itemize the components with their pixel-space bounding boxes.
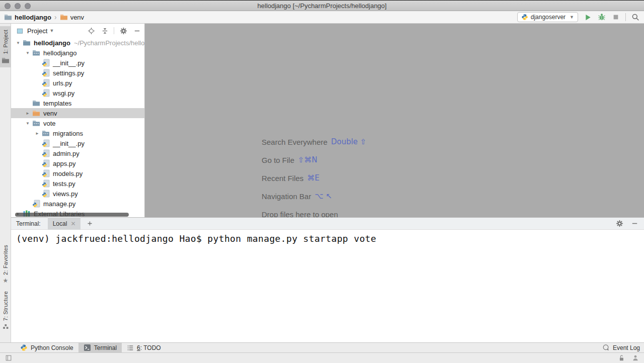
window-controls xyxy=(5,3,31,9)
tree-item-views-py[interactable]: views.py xyxy=(11,189,144,199)
collapse-all-icon[interactable] xyxy=(100,26,109,35)
toolbar-tab-terminal[interactable]: Terminal xyxy=(78,343,122,352)
minimize-window-button[interactable] xyxy=(15,3,21,9)
tool-window-tabs: Python ConsoleTerminal6: TODO xyxy=(15,343,166,352)
tree-item-init-py[interactable]: __init__.py xyxy=(11,58,144,68)
run-config-selector[interactable]: djangoserver ▼ xyxy=(517,12,578,22)
tree-item-label: views.py xyxy=(53,190,78,198)
project-view-icon xyxy=(16,27,24,35)
terminal-tool-window: Terminal: Local ✕ (venv) jackfrued:hello… xyxy=(11,217,644,342)
project-tree: ▼hellodjango~/PycharmProjects/hellodjang… xyxy=(11,38,144,217)
terminal-output[interactable]: (venv) jackfrued:hellodjango Hao$ python… xyxy=(11,230,644,342)
python-file-icon xyxy=(42,79,50,87)
terminal-tab-label: Local xyxy=(53,220,67,227)
search-everywhere-button[interactable] xyxy=(631,13,640,22)
tree-toggle-down-icon[interactable]: ▼ xyxy=(23,51,32,55)
terminal-tab-local[interactable]: Local ✕ xyxy=(48,217,81,230)
event-log-button[interactable]: Event Log xyxy=(602,344,640,351)
tree-item-apps-py[interactable]: apps.py xyxy=(11,158,144,168)
gear-icon[interactable] xyxy=(615,219,624,228)
tree-item-venv[interactable]: ►venv xyxy=(11,108,144,118)
tree-item-settings-py[interactable]: settings.py xyxy=(11,68,144,78)
event-log-label: Event Log xyxy=(613,344,640,351)
tool-tab-label: Terminal xyxy=(94,344,117,351)
shortcut-hint-go-to-file: Go to File⇧⌘N xyxy=(262,151,366,169)
editor-area[interactable]: Search EverywhereDouble ⇧Go to File⇧⌘NRe… xyxy=(145,24,644,217)
folder-slate-icon xyxy=(4,13,12,21)
breadcrumb-item-venv[interactable]: venv xyxy=(60,13,84,21)
star-icon: ★ xyxy=(3,278,9,284)
close-icon[interactable]: ✕ xyxy=(70,220,75,227)
shortcut-hint-drop-files-here-to-open: Drop files here to open xyxy=(262,205,366,217)
tree-item-admin-py[interactable]: admin.py xyxy=(11,148,144,158)
tree-toggle-down-icon[interactable]: ▼ xyxy=(23,121,32,126)
horizontal-scrollbar[interactable] xyxy=(15,213,129,217)
tree-item-tests-py[interactable]: tests.py xyxy=(11,178,144,189)
toolbar-tab-python-console[interactable]: Python Console xyxy=(15,343,78,352)
python-file-icon xyxy=(42,179,50,188)
zoom-window-button[interactable] xyxy=(25,3,31,9)
project-panel-title[interactable]: Project xyxy=(27,27,47,35)
tree-item-label: __init__.py xyxy=(53,59,85,67)
hide-panel-icon[interactable] xyxy=(630,219,639,228)
tree-item-label: apps.py xyxy=(53,160,76,167)
toolwindow-switcher-icon[interactable] xyxy=(4,353,13,362)
close-window-button[interactable] xyxy=(5,3,11,9)
tree-toggle-right-icon[interactable]: ► xyxy=(33,131,42,136)
run-button[interactable] xyxy=(583,13,592,22)
sidebar-tab-favorites[interactable]: 2: Favorites ★ xyxy=(0,241,11,287)
breadcrumb-separator: › xyxy=(54,13,57,21)
status-bar xyxy=(0,352,644,363)
python-file-icon xyxy=(42,139,50,147)
shortcut-hint-search-everywhere: Search EverywhereDouble ⇧ xyxy=(262,133,366,151)
tree-item-label: templates xyxy=(43,100,71,107)
tree-item-manage-py[interactable]: manage.py xyxy=(11,199,144,209)
tree-item-hellodjango[interactable]: ▼hellodjango xyxy=(11,48,144,58)
tree-item-label: venv xyxy=(43,110,57,117)
project-panel-header: Project ▼ xyxy=(11,24,144,38)
sidebar-tab-project[interactable]: 1: Project xyxy=(0,26,11,67)
gear-icon[interactable] xyxy=(119,26,128,35)
left-tool-stripe: 1: Project 2: Favorites ★ 7: Structure xyxy=(0,24,11,342)
tree-item-label: hellodjango xyxy=(34,39,70,47)
folder-orange-icon xyxy=(32,109,40,117)
editor-shortcut-hints: Search EverywhereDouble ⇧Go to File⇧⌘NRe… xyxy=(262,133,366,217)
run-controls: djangoserver ▼ xyxy=(517,12,640,22)
python-file-icon xyxy=(42,69,50,77)
tree-item-migrations[interactable]: ►migrations xyxy=(11,128,144,138)
shortcut-hint-recent-files: Recent Files⌘E xyxy=(262,169,366,187)
tree-item-init-py[interactable]: __init__.py xyxy=(11,138,144,148)
python-file-icon xyxy=(42,59,50,67)
tree-item-hellodjango[interactable]: ▼hellodjango~/PycharmProjects/hellodjang… xyxy=(11,38,144,48)
hector-profile-icon[interactable] xyxy=(631,353,640,362)
tree-item-vote[interactable]: ▼vote xyxy=(11,118,144,128)
tree-toggle-right-icon[interactable]: ► xyxy=(23,111,32,116)
title-bar[interactable]: hellodjango [~/PycharmProjects/hellodjan… xyxy=(0,0,644,11)
toolbar-tab-6-todo[interactable]: 6: TODO xyxy=(122,343,166,352)
breadcrumb-label: hellodjango xyxy=(15,14,51,21)
folder-plain-icon xyxy=(32,99,40,107)
stop-button[interactable] xyxy=(611,13,620,22)
breadcrumb-label: venv xyxy=(70,14,84,21)
hide-panel-icon[interactable] xyxy=(132,26,141,35)
tree-item-templates[interactable]: templates xyxy=(11,98,144,108)
tree-item-urls-py[interactable]: urls.py xyxy=(11,78,144,88)
tree-toggle-down-icon[interactable]: ▼ xyxy=(14,41,23,45)
speech-bubble-icon xyxy=(602,344,610,351)
python-file-icon xyxy=(42,159,50,167)
locate-icon[interactable] xyxy=(87,26,96,35)
sidebar-tab-structure[interactable]: 7: Structure xyxy=(0,288,11,333)
favorites-tab-label: 2: Favorites xyxy=(3,245,9,275)
debug-button[interactable] xyxy=(597,13,606,22)
run-config-name: djangoserver xyxy=(531,14,566,21)
new-session-button[interactable] xyxy=(87,220,93,227)
tree-item-models-py[interactable]: models.py xyxy=(11,168,144,178)
tree-item-label: settings.py xyxy=(53,69,84,77)
todo-list-icon xyxy=(127,344,134,351)
shortcut-keys: ⇧⌘N xyxy=(298,155,317,164)
breadcrumb-item-hellodjango[interactable]: hellodjango xyxy=(4,13,51,21)
tree-item-wsgi-py[interactable]: wsgi.py xyxy=(11,88,144,98)
unlock-icon[interactable] xyxy=(617,353,626,362)
terminal-output-line: (venv) jackfrued:hellodjango Hao$ python… xyxy=(16,233,376,244)
package-icon xyxy=(32,49,40,57)
